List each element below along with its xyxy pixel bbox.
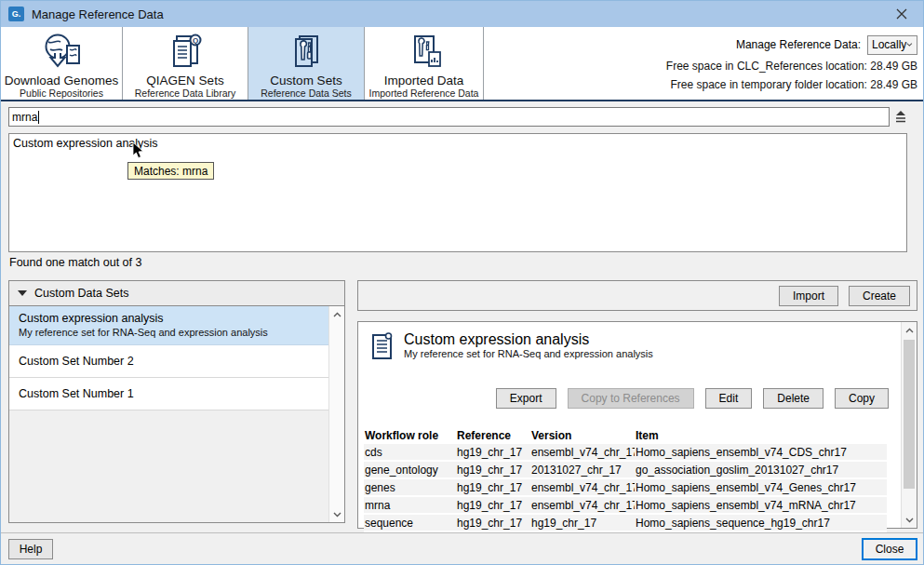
cell-reference: hg19_chr_17 <box>456 517 530 530</box>
tab-title: Imported Data <box>384 74 464 87</box>
reference-table: Workflow role Reference Version Item cds… <box>364 426 887 532</box>
cell-reference: hg19_chr_17 <box>456 499 530 512</box>
clear-search-button[interactable] <box>892 108 909 125</box>
svg-text:Q: Q <box>193 36 198 45</box>
location-dropdown-value: Locally <box>872 38 906 51</box>
tab-custom-sets[interactable]: Custom Sets Reference Data Sets <box>248 27 365 100</box>
detail-title: Custom expression analysis <box>404 331 653 348</box>
window-close-button[interactable] <box>886 1 917 27</box>
tab-imported-data[interactable]: Imported Data Imported Reference Data <box>365 27 484 100</box>
import-button[interactable]: Import <box>779 286 838 306</box>
text-caret <box>38 111 39 124</box>
list-item-subtitle: My reference set for RNA-Seq and express… <box>19 326 328 339</box>
actions-bar: Import Create <box>357 280 917 311</box>
list-item-title: Custom Set Number 2 <box>19 354 328 369</box>
search-input[interactable]: mrna <box>8 107 890 127</box>
custom-data-sets-header-label: Custom Data Sets <box>34 287 128 300</box>
list-item-title: Custom Set Number 1 <box>19 386 328 401</box>
list-item-title: Custom expression analysis <box>19 311 328 326</box>
scroll-down-button[interactable] <box>902 512 917 528</box>
tab-title: Download Genomes <box>5 74 118 87</box>
table-row: sequence hg19_chr_17 hg19_chr_17 Homo_sa… <box>364 515 887 532</box>
list-item-custom-set-2[interactable]: Custom Set Number 2 <box>9 345 328 378</box>
detail-scrollbar[interactable] <box>901 322 917 528</box>
search-text: mrna <box>12 111 37 124</box>
col-version: Version <box>530 429 635 442</box>
mouse-cursor <box>132 141 144 159</box>
cell-item: Homo_sapiens_ensembl_v74_Genes_chr17 <box>635 481 887 494</box>
tab-subtitle: Reference Data Library <box>135 87 236 99</box>
cell-reference: hg19_chr_17 <box>456 481 530 494</box>
footer-divider <box>1 532 924 533</box>
export-button[interactable]: Export <box>496 388 556 409</box>
cell-version: 20131027_chr_17 <box>530 464 635 477</box>
search-results-panel: Custom expression analysis Matches: mrna <box>8 133 907 252</box>
cell-role: gene_ontology <box>364 464 456 477</box>
toolbar-info: Manage Reference Data: Locally Free spac… <box>666 34 917 92</box>
tab-title: Custom Sets <box>270 74 341 87</box>
scroll-up-button[interactable] <box>902 322 917 338</box>
tab-download-genomes[interactable]: Download Genomes Public Repositories <box>1 27 123 100</box>
tab-subtitle: Imported Reference Data <box>369 87 479 99</box>
location-dropdown[interactable]: Locally <box>867 35 917 55</box>
window-title: Manage Reference Data <box>32 7 164 21</box>
copy-to-references-button: Copy to References <box>568 388 694 409</box>
app-icon: G. <box>8 7 24 21</box>
cell-version: ensembl_v74_chr_17 <box>530 499 635 512</box>
custom-data-sets-panel: Custom Data Sets Custom expression analy… <box>8 280 345 523</box>
col-workflow-role: Workflow role <box>364 429 456 442</box>
match-tooltip: Matches: mrna <box>127 162 214 180</box>
manage-reference-data-window: G. Manage Reference Data <box>0 0 924 565</box>
cell-version: hg19_chr_17 <box>530 517 635 530</box>
globe-download-icon <box>40 30 83 74</box>
free-space-temp: Free space in temporary folder location:… <box>666 78 917 92</box>
copy-button[interactable]: Copy <box>835 388 889 409</box>
free-space-references: Free space in CLC_References location: 2… <box>666 60 917 74</box>
edit-button[interactable]: Edit <box>705 388 753 409</box>
cell-role: genes <box>364 481 456 494</box>
tab-title: QIAGEN Sets <box>146 74 223 87</box>
col-reference: Reference <box>456 429 530 442</box>
cell-item: Homo_sapiens_sequence_hg19_chr17 <box>635 517 887 530</box>
tab-subtitle: Reference Data Sets <box>261 87 351 99</box>
cell-version: ensembl_v74_chr_17 <box>530 446 635 459</box>
chevron-down-icon <box>906 42 913 47</box>
custom-data-sets-header[interactable]: Custom Data Sets <box>9 281 344 306</box>
table-header-row: Workflow role Reference Version Item <box>364 426 887 444</box>
help-button[interactable]: Help <box>8 539 53 559</box>
cell-version: ensembl_v74_chr_17 <box>530 481 635 494</box>
document-tools-icon <box>286 30 327 74</box>
cell-role: mrna <box>364 499 456 512</box>
list-item-custom-expression-analysis[interactable]: Custom expression analysis My reference … <box>9 306 328 345</box>
manage-location-label: Manage Reference Data: <box>736 38 861 51</box>
list-item-custom-set-1[interactable]: Custom Set Number 1 <box>9 378 328 410</box>
scroll-up-button[interactable] <box>329 306 345 322</box>
cell-role: sequence <box>364 517 456 530</box>
titlebar: G. Manage Reference Data <box>1 1 924 27</box>
create-button[interactable]: Create <box>849 286 910 306</box>
toolbar: Download Genomes Public Repositories Q Q… <box>1 27 924 101</box>
delete-button[interactable]: Delete <box>763 388 824 409</box>
close-button[interactable]: Close <box>862 538 917 560</box>
table-row: mrna hg19_chr_17 ensembl_v74_chr_17 Homo… <box>364 497 887 515</box>
reference-set-icon <box>370 331 395 361</box>
cell-item: Homo_sapiens_ensembl_v74_CDS_chr17 <box>635 446 887 459</box>
cell-reference: hg19_chr_17 <box>456 464 530 477</box>
detail-panel: Custom expression analysis My reference … <box>357 321 917 529</box>
left-panel-scrollbar[interactable] <box>328 306 344 522</box>
table-row: gene_ontology hg19_chr_17 20131027_chr_1… <box>364 462 887 479</box>
cell-item: go_association_goslim_20131027_chr17 <box>635 464 887 477</box>
scroll-down-button[interactable] <box>329 506 345 522</box>
cell-item: Homo_sapiens_ensembl_v74_mRNA_chr17 <box>635 499 887 512</box>
collapse-triangle-icon <box>18 290 27 296</box>
scrollbar-thumb[interactable] <box>904 340 915 489</box>
document-import-icon <box>404 30 445 74</box>
cell-reference: hg19_chr_17 <box>456 446 530 459</box>
table-row: genes hg19_chr_17 ensembl_v74_chr_17 Hom… <box>364 479 887 497</box>
tab-qiagen-sets[interactable]: Q QIAGEN Sets Reference Data Library <box>123 27 248 100</box>
tab-subtitle: Public Repositories <box>20 87 103 99</box>
cell-role: cds <box>364 446 456 459</box>
close-icon <box>896 8 907 20</box>
detail-subtitle: My reference set for RNA-Seq and express… <box>404 348 653 360</box>
table-row: cds hg19_chr_17 ensembl_v74_chr_17 Homo_… <box>364 444 887 462</box>
